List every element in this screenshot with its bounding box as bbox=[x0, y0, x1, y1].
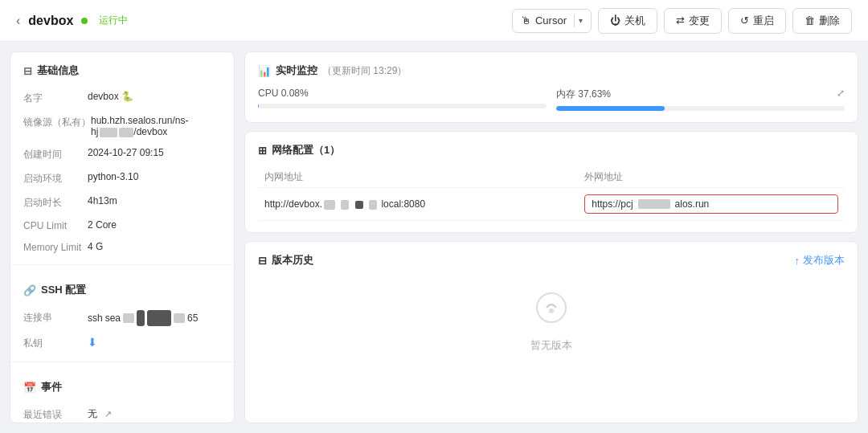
empty-state-text: 暂无版本 bbox=[530, 338, 572, 353]
chevron-down-icon[interactable]: ▾ bbox=[579, 16, 583, 25]
memory-progress-bar bbox=[556, 106, 845, 111]
topbar-actions: 🖱 Cursor ▾ ⏻ 关机 ⇄ 变更 ↺ 重启 🗑 删除 bbox=[512, 8, 852, 34]
page-title: devbox bbox=[28, 14, 73, 28]
ssh-section-header: 🔗 SSH 配置 bbox=[10, 272, 234, 305]
network-card-header: ⊞ 网络配置（1） bbox=[258, 143, 845, 157]
empty-state-icon bbox=[535, 292, 567, 330]
shutdown-button[interactable]: ⏻ 关机 bbox=[598, 8, 657, 34]
cursor-label: Cursor bbox=[535, 14, 567, 27]
svg-point-0 bbox=[537, 293, 566, 322]
cpu-label: CPU 0.08% bbox=[258, 88, 547, 99]
download-icon[interactable]: ⬇ bbox=[88, 336, 97, 349]
monitor-title: 📊 实时监控 （更新时间 13:29） bbox=[258, 63, 407, 78]
monitor-icon: 📊 bbox=[258, 65, 271, 77]
external-address: https://pcjalos.run bbox=[578, 188, 845, 221]
cursor-icon: 🖱 bbox=[521, 14, 531, 27]
memory-progress-fill bbox=[556, 106, 665, 111]
python-emoji: 🐍 bbox=[121, 91, 133, 102]
version-title: ⊟ 版本历史 bbox=[258, 253, 313, 268]
info-icon: ⊟ bbox=[23, 65, 32, 77]
divider-1 bbox=[10, 264, 234, 265]
upload-icon: ↑ bbox=[795, 255, 800, 267]
cursor-button[interactable]: 🖱 Cursor ▾ bbox=[512, 9, 592, 33]
right-panel: 📊 实时监控 （更新时间 13:29） CPU 0.08% 内存 37.63% bbox=[244, 51, 858, 423]
network-card: ⊞ 网络配置（1） 内网地址 外网地址 http://devbox. bbox=[244, 131, 858, 233]
cpu-progress-bar bbox=[258, 104, 547, 108]
delete-button[interactable]: 🗑 删除 bbox=[792, 8, 852, 34]
restart-icon: ↺ bbox=[740, 14, 749, 27]
link-icon: 🔗 bbox=[23, 284, 36, 296]
info-row-name: 名字 devbox 🐍 bbox=[10, 86, 234, 110]
change-icon: ⇄ bbox=[676, 14, 685, 27]
version-card: ⊟ 版本历史 ↑ 发布版本 暂无版本 bbox=[244, 241, 858, 423]
calendar-icon: 📅 bbox=[23, 382, 36, 394]
version-card-header: ⊟ 版本历史 ↑ 发布版本 bbox=[258, 253, 845, 268]
network-row: http://devbox. local:8080 https://pcjalo… bbox=[258, 188, 845, 221]
status-label: 运行中 bbox=[99, 14, 128, 27]
empty-version-state: 暂无版本 bbox=[258, 268, 845, 369]
power-icon: ⏻ bbox=[610, 14, 620, 27]
topbar: ‹ devbox 运行中 🖱 Cursor ▾ ⏻ 关机 ⇄ 变更 ↺ 重启 🗑… bbox=[0, 0, 868, 42]
info-row-uptime: 启动时长 4h13m bbox=[10, 190, 234, 214]
memory-label: 内存 37.63% bbox=[556, 88, 845, 101]
delete-icon: 🗑 bbox=[805, 14, 815, 27]
basic-info-section-header: ⊟ 基础信息 bbox=[10, 52, 234, 86]
left-panel: ⊟ 基础信息 名字 devbox 🐍 镜像源（私有） hub.hzh.sealo… bbox=[10, 51, 235, 423]
monitor-card: 📊 实时监控 （更新时间 13:29） CPU 0.08% 内存 37.63% bbox=[244, 51, 858, 123]
info-row-image: 镜像源（私有） hub.hzh.sealos.run/ns-hj/devbox bbox=[10, 110, 234, 142]
ssh-string: ssh sea 65 bbox=[88, 310, 221, 326]
network-table: 内网地址 外网地址 http://devbox. local:8080 bbox=[258, 167, 845, 221]
col-external-header: 外网地址 bbox=[578, 167, 845, 188]
expand-error-icon[interactable]: ↗ bbox=[104, 409, 112, 419]
expand-monitor-icon[interactable]: ⤢ bbox=[837, 88, 845, 99]
svg-point-1 bbox=[549, 308, 554, 313]
back-button[interactable]: ‹ bbox=[16, 14, 20, 28]
cpu-monitor: CPU 0.08% bbox=[258, 88, 547, 111]
change-button[interactable]: ⇄ 变更 bbox=[664, 8, 722, 34]
info-row-private-key: 私钥 ⬇ bbox=[10, 331, 234, 355]
main-content: ⊟ 基础信息 名字 devbox 🐍 镜像源（私有） hub.hzh.sealo… bbox=[0, 42, 868, 433]
status-indicator bbox=[81, 18, 88, 24]
info-row-ssh-connection: 连接串 ssh sea 65 bbox=[10, 305, 234, 331]
internal-address: http://devbox. local:8080 bbox=[258, 188, 578, 221]
restart-button[interactable]: ↺ 重启 bbox=[728, 8, 786, 34]
info-row-cpu-limit: CPU Limit 2 Core bbox=[10, 214, 234, 236]
version-icon: ⊟ bbox=[258, 255, 267, 267]
external-url-box: https://pcjalos.run bbox=[584, 194, 838, 214]
network-icon: ⊞ bbox=[258, 145, 267, 157]
memory-monitor: 内存 37.63% ⤢ bbox=[556, 88, 845, 111]
topbar-left: ‹ devbox 运行中 bbox=[16, 14, 128, 28]
info-row-created: 创建时间 2024-10-27 09:15 bbox=[10, 142, 234, 166]
monitor-card-header: 📊 实时监控 （更新时间 13:29） bbox=[258, 63, 845, 78]
info-row-last-error: 最近错误 无 ↗ bbox=[10, 402, 234, 423]
info-row-env: 启动环境 python-3.10 bbox=[10, 166, 234, 190]
info-row-memory-limit: Memory Limit 4 G bbox=[10, 236, 234, 258]
events-section-header: 📅 事件 bbox=[10, 369, 234, 402]
divider-2 bbox=[10, 362, 234, 362]
divider bbox=[574, 14, 575, 27]
network-title: ⊞ 网络配置（1） bbox=[258, 143, 340, 157]
monitor-grid: CPU 0.08% 内存 37.63% ⤢ bbox=[258, 88, 845, 111]
publish-version-button[interactable]: ↑ 发布版本 bbox=[795, 253, 845, 268]
col-internal-header: 内网地址 bbox=[258, 167, 578, 188]
